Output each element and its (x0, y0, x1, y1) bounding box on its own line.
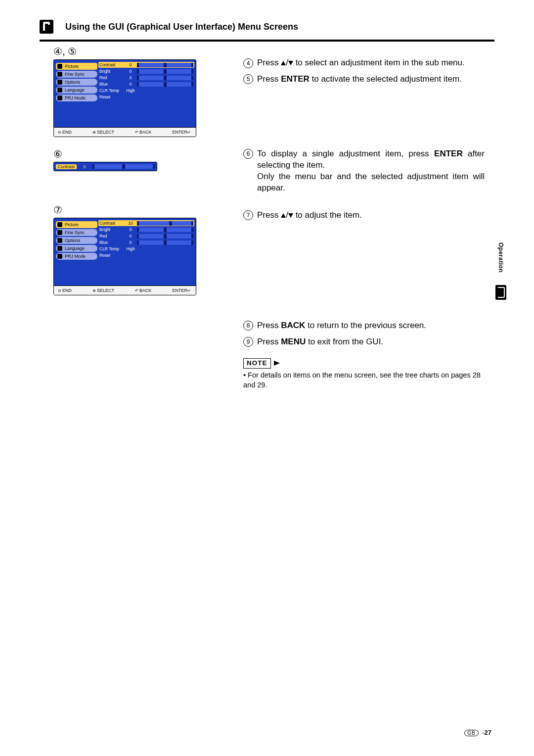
menu-item-language: Language (56, 245, 97, 252)
osd-row: Red0 (99, 75, 193, 81)
section-icon (495, 285, 506, 300)
osd-row: CLR TempHigh (99, 88, 193, 94)
instruction-9: 9 Press MENU to exit from the GUI. (243, 336, 485, 348)
menu-item-picture: Picture (56, 63, 97, 70)
menu-item-finesync: Fine Sync (56, 71, 97, 78)
osd-row: Reset (99, 94, 193, 100)
osd-row: Blue0 (99, 81, 193, 87)
down-arrow-icon (288, 61, 293, 65)
page-number: GB -27 (464, 729, 491, 736)
osd-row: Red0 (99, 233, 193, 239)
page-title: Using the GUI (Graphical User Interface)… (65, 22, 298, 32)
down-arrow-icon (288, 213, 293, 218)
instruction-5: 5 Press ENTER to activate the selected a… (243, 74, 485, 85)
menu-item-picture: Picture (56, 221, 97, 228)
menu-item-prjmode: PRJ Mode (56, 253, 97, 260)
step-6-label: ⑥ (53, 148, 202, 160)
step-45-label: ④, ⑤ (53, 46, 202, 57)
osd-screenshot-7: Picture Fine Sync Options Language PRJ M… (53, 218, 196, 295)
menu-item-finesync: Fine Sync (56, 229, 97, 236)
menu-item-prjmode: PRJ Mode (56, 94, 97, 101)
note-arrow-icon (274, 361, 280, 366)
osd-row: Blue0 (99, 239, 193, 245)
osd-row: CLR TempHigh (99, 246, 193, 252)
osd-row: Bright0 (99, 227, 193, 233)
note-text: • For details on items on the menu scree… (243, 371, 485, 390)
note-heading: NOTE (243, 357, 485, 369)
instruction-7: 7 Press / to adjust the item. (243, 210, 485, 221)
menu-item-options: Options (56, 79, 97, 86)
menu-item-options: Options (56, 237, 97, 244)
up-arrow-icon (281, 213, 286, 218)
section-tab: Operation (497, 242, 504, 273)
remote-icon (40, 20, 53, 34)
instruction-4: 4 Press / to select an adjustment item i… (243, 57, 485, 69)
up-arrow-icon (281, 61, 286, 65)
osd-footer: ⊖END ⊕SELECT ↶BACK ENTER↵ (54, 285, 196, 295)
osd-footer: ⊖END ⊕SELECT ↶BACK ENTER↵ (54, 127, 196, 137)
osd-row: Reset (99, 252, 193, 258)
osd-row: Contrast10 (98, 220, 194, 226)
instruction-6: 6 To display a single adjustment item, p… (243, 148, 485, 194)
instruction-8: 8 Press BACK to return to the previous s… (243, 320, 485, 331)
osd-row: Contrast0 (98, 62, 194, 68)
step-7-label: ⑦ (53, 204, 202, 216)
divider (40, 40, 494, 42)
osd-screenshot-6: Contrast 0 (53, 162, 157, 171)
osd-row: Bright0 (99, 68, 193, 74)
osd-screenshot-45: Picture Fine Sync Options Language PRJ M… (53, 59, 196, 137)
menu-item-language: Language (56, 87, 97, 94)
